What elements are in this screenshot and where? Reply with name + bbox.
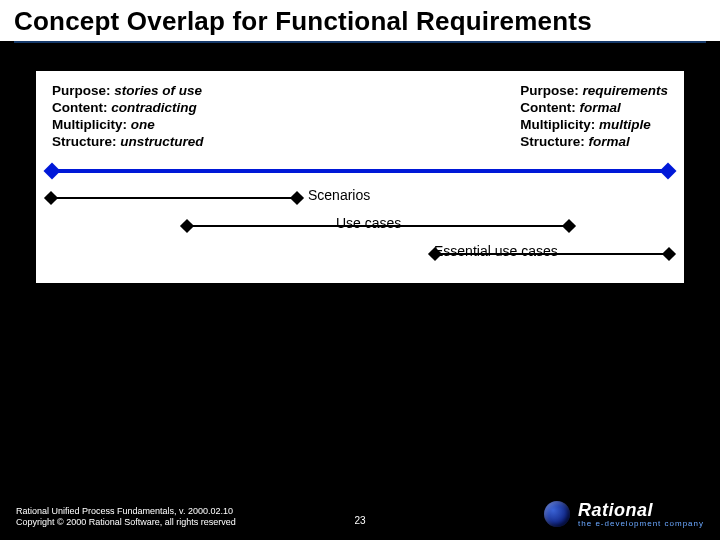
brand-name: Rational: [578, 501, 704, 520]
globe-icon: [544, 501, 570, 527]
prop-content-right: Content: formal: [520, 100, 668, 117]
prop-value: formal: [588, 134, 629, 149]
axis-endpoint-right: [660, 163, 677, 180]
prop-value: unstructured: [120, 134, 203, 149]
bar-scenarios: [50, 197, 298, 199]
spectrum-axis: [50, 169, 670, 173]
prop-key: Multiplicity:: [52, 117, 127, 132]
prop-mult-right: Multiplicity: multiple: [520, 117, 668, 134]
prop-key: Purpose:: [52, 83, 111, 98]
prop-value: requirements: [582, 83, 668, 98]
brand-tagline: the e-development company: [578, 520, 704, 528]
footer-line2: Copyright © 2000 Rational Software, all …: [16, 517, 236, 528]
bar-endpoint: [290, 191, 304, 205]
prop-key: Structure:: [520, 134, 585, 149]
bar-label-scenarios: Scenarios: [308, 187, 370, 203]
bar-label-essential: Essential use cases: [434, 243, 558, 259]
brand: Rational the e-development company: [544, 501, 704, 528]
prop-purpose-left: Purpose: stories of use: [52, 83, 204, 100]
prop-key: Purpose:: [520, 83, 579, 98]
prop-value: one: [131, 117, 155, 132]
slide-title: Concept Overlap for Functional Requireme…: [0, 0, 720, 41]
slide-body: Purpose: stories of use Content: contrad…: [0, 43, 720, 283]
prop-value: stories of use: [114, 83, 202, 98]
prop-mult-left: Multiplicity: one: [52, 117, 204, 134]
right-properties: Purpose: requirements Content: formal Mu…: [520, 83, 668, 151]
prop-struct-left: Structure: unstructured: [52, 134, 204, 151]
prop-key: Structure:: [52, 134, 117, 149]
prop-content-left: Content: contradicting: [52, 100, 204, 117]
axis-endpoint-left: [44, 163, 61, 180]
prop-value: contradicting: [111, 100, 197, 115]
slide-footer: Rational Unified Process Fundamentals, v…: [0, 501, 720, 528]
overlap-diagram: Purpose: stories of use Content: contrad…: [36, 71, 684, 283]
bar-endpoint: [44, 191, 58, 205]
prop-key: Content:: [520, 100, 575, 115]
bar-endpoint: [180, 219, 194, 233]
footer-line1: Rational Unified Process Fundamentals, v…: [16, 506, 236, 517]
left-properties: Purpose: stories of use Content: contrad…: [52, 83, 204, 151]
prop-key: Multiplicity:: [520, 117, 595, 132]
prop-value: formal: [579, 100, 620, 115]
footer-text: Rational Unified Process Fundamentals, v…: [16, 506, 236, 529]
page-number: 23: [354, 515, 365, 526]
brand-text: Rational the e-development company: [578, 501, 704, 528]
bar-endpoint: [662, 247, 676, 261]
prop-purpose-right: Purpose: requirements: [520, 83, 668, 100]
prop-value: multiple: [599, 117, 651, 132]
bar-endpoint: [562, 219, 576, 233]
bar-label-usecases: Use cases: [336, 215, 401, 231]
prop-key: Content:: [52, 100, 107, 115]
prop-struct-right: Structure: formal: [520, 134, 668, 151]
